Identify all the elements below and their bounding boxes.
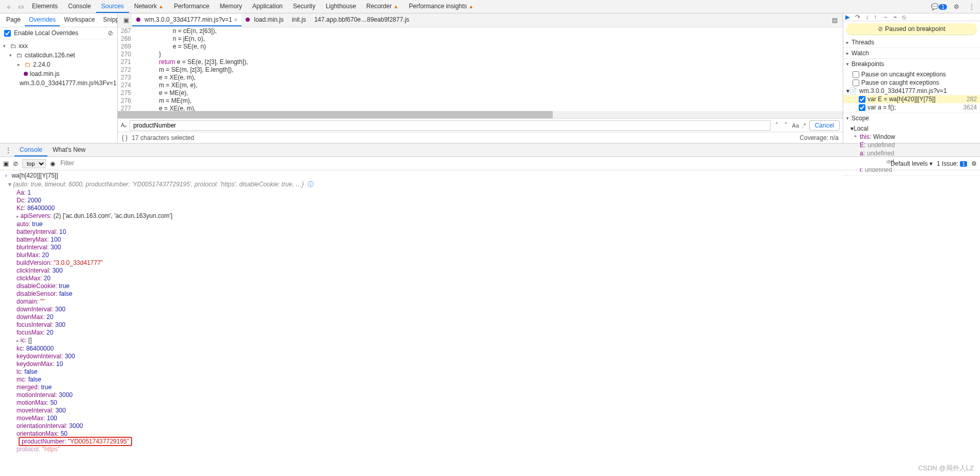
object-property[interactable]: focusMax: 20 [12, 329, 980, 337]
scope-section[interactable]: ▾Scope [843, 113, 980, 123]
breakpoint-row[interactable]: var a = f();3624 [843, 103, 980, 112]
expand-toggle-icon[interactable] [8, 181, 13, 188]
clear-icon[interactable]: ⊘ [108, 29, 113, 37]
context-select[interactable]: top [22, 159, 46, 168]
file-tab[interactable]: init.js [288, 14, 310, 26]
more-icon[interactable]: ⋮ [966, 1, 978, 13]
file-tab[interactable]: 147.app.bbf670e…89eab9f2877.js [310, 14, 413, 26]
object-property[interactable]: clickMax: 20 [12, 275, 980, 282]
horizontal-scrollbar[interactable] [118, 111, 843, 118]
issues-icon[interactable]: 💬1 [931, 3, 947, 10]
step-out-icon[interactable]: ↑ [874, 13, 877, 21]
clear-console-icon[interactable]: ⊘ [13, 160, 18, 167]
drawer-more-icon[interactable]: ⋮ [2, 147, 14, 154]
object-property[interactable]: blurInterval: 300 [12, 244, 980, 251]
object-property[interactable]: buildVersion: "3.0.0_33d41777" [12, 259, 980, 267]
object-property[interactable]: moveMax: 100 [12, 415, 980, 422]
tab-lighthouse[interactable]: Lighthouse [320, 1, 361, 13]
console-result[interactable]: {auto: true, timeout: 6000, productNumbe… [0, 180, 980, 189]
regex-toggle[interactable]: .* [802, 122, 806, 129]
watch-section[interactable]: ▸Watch [843, 48, 980, 58]
object-property[interactable]: motionInterval: 3000 [12, 391, 980, 399]
step-into-icon[interactable]: ↓ [865, 13, 869, 21]
match-case-toggle[interactable]: Aa [792, 122, 799, 129]
local-var[interactable]: a:undefined [843, 149, 980, 157]
object-property[interactable]: motionMax: 50 [12, 399, 980, 407]
object-property[interactable]: ▸ ic: [] [12, 337, 980, 345]
file-tab[interactable]: load.min.js [242, 14, 287, 26]
inspect-icon[interactable]: ⟐ [2, 1, 14, 13]
pause-exceptions-icon[interactable]: ⦸ [902, 13, 906, 21]
tab-recorder[interactable]: Recorder▲ [361, 1, 404, 13]
tab-console[interactable]: Console [63, 1, 96, 13]
object-property[interactable]: merged: true [12, 384, 980, 391]
object-property[interactable]: domain: "" [12, 298, 980, 306]
object-property[interactable]: Aa: 1 [12, 189, 980, 197]
local-var[interactable]: E:undefined [843, 141, 980, 149]
object-property[interactable]: downMax: 20 [12, 313, 980, 321]
object-property[interactable]: disableCookie: true [12, 282, 980, 290]
file-tab[interactable]: wm.3.0.0_33d41777.min.js?v=1× [132, 14, 242, 26]
tab-performance-insights[interactable]: Performance insights▲ [404, 1, 479, 13]
device-toggle-icon[interactable]: ▭ [14, 1, 27, 13]
step-icon[interactable]: → [882, 13, 888, 21]
tab-elements[interactable]: Elements [27, 1, 63, 13]
resume-icon[interactable]: ▶ [845, 13, 850, 21]
sidebar-toggle-icon[interactable]: ▣ [3, 160, 9, 167]
object-property[interactable]: focusInterval: 300 [12, 321, 980, 329]
find-prev-icon[interactable]: ˄ [774, 122, 780, 129]
object-property[interactable]: batteryMax: 100 [12, 236, 980, 244]
drawer-tab-whatsnew[interactable]: What's New [47, 144, 91, 156]
scope-local[interactable]: ▾Local [843, 124, 980, 133]
settings-icon[interactable]: ⚙ [950, 1, 962, 13]
find-mode-icon[interactable]: Aₐ [121, 122, 126, 129]
subtab-page[interactable]: Page [2, 14, 25, 26]
step-over-icon[interactable]: ↷ [855, 13, 860, 21]
local-var[interactable]: ▸ this:Window [843, 133, 980, 141]
object-property[interactable]: blurMax: 20 [12, 251, 980, 259]
deactivate-bp-icon[interactable]: ⌁ [893, 13, 897, 21]
tree-folder[interactable]: ▸🗀2.24.0 [0, 60, 117, 69]
object-property[interactable]: clickInterval: 300 [12, 267, 980, 275]
object-property[interactable]: productNumber: "YD00517437729195" [12, 438, 980, 446]
breakpoints-section[interactable]: ▾Breakpoints [843, 59, 980, 69]
tree-root[interactable]: ▾🗀xxx [0, 41, 117, 51]
object-property[interactable]: disableSensor: false [12, 290, 980, 298]
console-body[interactable]: wa[h[420]][Y[75]] {auto: true, timeout: … [0, 170, 980, 476]
subtab-workspace[interactable]: Workspace [60, 14, 99, 26]
enable-overrides-checkbox[interactable] [4, 30, 11, 37]
pause-uncaught-row[interactable]: Pause on uncaught exceptions [843, 70, 980, 78]
pretty-print-icon[interactable]: { } [122, 134, 127, 141]
drawer-tab-console[interactable]: Console [14, 144, 47, 156]
threads-section[interactable]: ▸Threads [843, 37, 980, 47]
find-cancel-button[interactable]: Cancel [809, 120, 840, 131]
tree-domain[interactable]: ▾🗀cstaticdun.126.net [0, 51, 117, 60]
tab-network[interactable]: Network▲ [129, 1, 169, 13]
object-property[interactable]: lc: false [12, 368, 980, 376]
tab-performance[interactable]: Performance [169, 1, 215, 13]
tab-security[interactable]: Security [288, 1, 320, 13]
object-property[interactable]: orientationMax: 50 [12, 430, 980, 438]
object-property[interactable]: kc: 86400000 [12, 345, 980, 353]
object-property[interactable]: ▸ apiServers: (2) ['ac.dun.163.com', 'ac… [12, 212, 980, 220]
bp-file-row[interactable]: ▾📄wm.3.0.0_33d41777.min.js?v=1 [843, 87, 980, 95]
tree-file[interactable]: load.min.js [0, 69, 117, 78]
object-property[interactable]: keydownInterval: 300 [12, 353, 980, 360]
object-property[interactable]: Kc: 86400000 [12, 204, 980, 212]
levels-dropdown[interactable]: Default levels ▾ [891, 160, 933, 167]
issues-label[interactable]: 1 Issue: 1 [937, 160, 967, 167]
find-next-icon[interactable]: ˅ [783, 122, 789, 129]
object-property[interactable]: downInterval: 300 [12, 306, 980, 313]
tab-memory[interactable]: Memory [215, 1, 247, 13]
breakpoint-row[interactable]: var E = wa[h[420]][Y[75]]282 [843, 95, 980, 103]
console-filter-input[interactable] [59, 158, 887, 168]
object-property[interactable]: moveInterval: 300 [12, 407, 980, 415]
navigator-toggle-icon[interactable]: ▣ [120, 17, 132, 24]
tab-application[interactable]: Application [247, 1, 288, 13]
info-icon[interactable]: ⓘ [308, 181, 314, 188]
object-property[interactable]: protocol: "https" [12, 446, 980, 453]
object-property[interactable]: keydownMax: 10 [12, 360, 980, 368]
more-tabs-icon[interactable]: ▤ [828, 17, 841, 24]
console-settings-icon[interactable]: ⚙ [971, 160, 977, 167]
close-icon[interactable]: × [234, 17, 237, 23]
